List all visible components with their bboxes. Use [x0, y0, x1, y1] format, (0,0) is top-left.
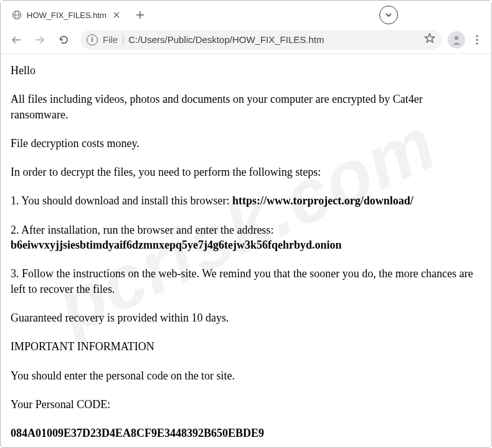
- nav-reload-button[interactable]: [53, 29, 74, 50]
- svg-point-15: [476, 35, 478, 37]
- star-icon: [424, 32, 435, 44]
- text-guarantee: Guaranteed recovery is provided within 1…: [11, 310, 481, 325]
- tab-close-button[interactable]: [111, 10, 121, 20]
- svg-point-14: [455, 36, 458, 39]
- browser-window: pcrisk.com HOW_FIX_FILES.htm: [0, 0, 492, 448]
- browser-toolbar: i File C:/Users/Public/Desktop/HOW_FIX_F…: [1, 26, 491, 54]
- text-step-3: 3. Follow the instructions on the web-si…: [11, 266, 481, 297]
- text-hello: Hello: [11, 63, 481, 78]
- site-info-icon[interactable]: i: [87, 34, 98, 45]
- step-1-prefix: 1. You should download and install this …: [11, 194, 232, 207]
- url-scheme-chip: File: [103, 34, 118, 45]
- nav-back-button[interactable]: [6, 29, 27, 50]
- arrow-right-icon: [34, 34, 45, 45]
- tab-title: HOW_FIX_FILES.htm: [27, 11, 106, 20]
- text-step-2: 2. After installation, run the browser a…: [11, 222, 481, 253]
- text-code-value: 084A01009E37D23D4EA8CF9E3448392B650EBDE9: [11, 426, 481, 441]
- text-intro: All files including videos, photos and d…: [11, 92, 481, 122]
- chevron-down-icon: [386, 13, 392, 17]
- kebab-icon: [476, 35, 478, 45]
- text-cost: File decryption costs money.: [11, 136, 481, 151]
- text-steps-intro: In order to decrypt the files, you need …: [11, 164, 481, 179]
- text-step-1: 1. You should download and install this …: [11, 193, 481, 208]
- svg-point-17: [476, 42, 478, 44]
- svg-marker-13: [425, 34, 435, 42]
- address-bar[interactable]: i File C:/Users/Public/Desktop/HOW_FIX_F…: [80, 30, 442, 50]
- globe-icon: [12, 10, 22, 20]
- close-icon: [113, 12, 120, 18]
- step-1-link: https://www.torproject.org/download/: [232, 194, 414, 207]
- tab-search-button[interactable]: [379, 6, 398, 24]
- url-text: C:/Users/Public/Desktop/HOW_FIX_FILES.ht…: [128, 34, 324, 45]
- browser-tab[interactable]: HOW_FIX_FILES.htm: [6, 4, 128, 26]
- plus-icon: [136, 11, 144, 19]
- person-icon: [450, 34, 463, 46]
- tab-strip: HOW_FIX_FILES.htm: [1, 1, 491, 26]
- browser-menu-button[interactable]: [468, 29, 486, 50]
- svg-point-16: [476, 39, 478, 41]
- text-important: IMPORTANT INFORMATION: [11, 339, 481, 354]
- divider: [123, 34, 123, 45]
- step-2-onion: b6eiwvxyjjsiesbtimdyaif6dzmnxepq5ye7j4g6…: [11, 239, 342, 251]
- bookmark-button[interactable]: [424, 32, 435, 47]
- nav-forward-button[interactable]: [29, 29, 50, 50]
- text-enter-code: You should enter the personal code on th…: [11, 368, 481, 383]
- reload-icon: [58, 34, 69, 45]
- arrow-left-icon: [11, 34, 22, 45]
- profile-button[interactable]: [448, 31, 465, 49]
- step-2-line-1: 2. After installation, run the browser a…: [11, 224, 273, 236]
- page-body: Hello All files including videos, photos…: [1, 54, 491, 447]
- new-tab-button[interactable]: [131, 6, 149, 24]
- text-code-label: Your Personal CODE:: [11, 397, 481, 412]
